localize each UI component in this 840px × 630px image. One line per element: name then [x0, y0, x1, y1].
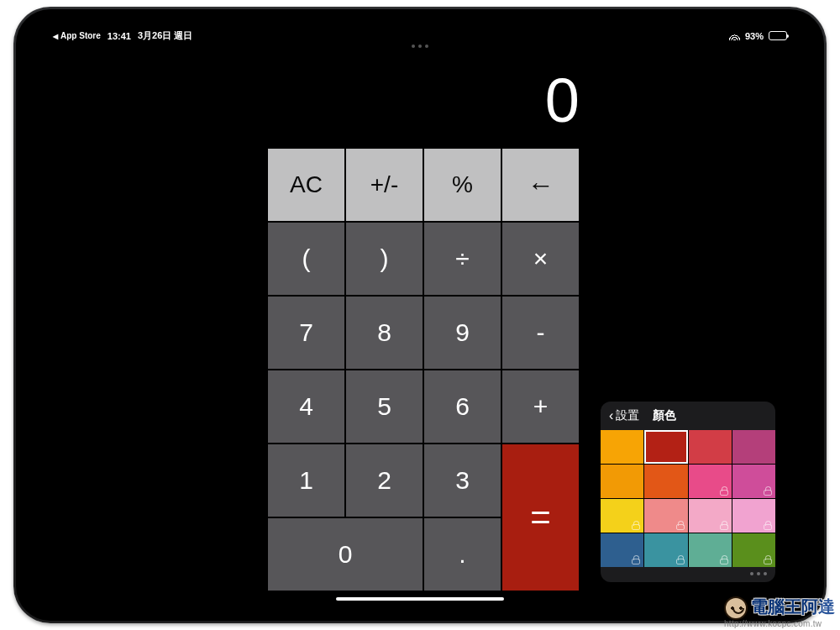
color-swatch[interactable]: [689, 430, 732, 464]
color-swatch: [601, 533, 643, 567]
color-swatch[interactable]: [644, 465, 687, 498]
back-to-app-link[interactable]: App Store: [53, 31, 101, 40]
lock-icon: [764, 522, 772, 530]
plus-button[interactable]: +: [502, 370, 579, 443]
plus-minus-button[interactable]: +/-: [346, 149, 423, 221]
digit-5-button[interactable]: 5: [346, 370, 423, 443]
divide-button[interactable]: ÷: [424, 223, 501, 295]
ipad-frame: App Store 13:41 3月26日 週日 93% 0 AC +/-: [13, 7, 827, 623]
home-indicator[interactable]: [336, 597, 504, 601]
lock-icon: [720, 556, 728, 564]
lock-icon: [632, 522, 640, 530]
digit-0-button[interactable]: 0: [268, 518, 423, 591]
lock-icon: [720, 487, 728, 496]
digit-9-button[interactable]: 9: [424, 297, 501, 369]
minus-button[interactable]: -: [502, 297, 579, 369]
chevron-left-icon: ‹: [609, 409, 613, 423]
digit-8-button[interactable]: 8: [346, 297, 423, 369]
color-swatch: [644, 499, 687, 533]
color-swatch: [732, 465, 775, 498]
digit-1-button[interactable]: 1: [268, 444, 344, 517]
popover-title: 顏色: [653, 408, 676, 423]
color-swatch: [689, 465, 732, 498]
color-popover: ‹ 設置 顏色: [601, 402, 775, 582]
lock-icon: [764, 487, 772, 496]
status-date: 3月26日 週日: [138, 29, 192, 42]
lock-icon: [676, 556, 685, 564]
lparen-button[interactable]: (: [268, 223, 344, 295]
popover-more-icon[interactable]: [750, 572, 767, 575]
color-swatch[interactable]: [601, 465, 643, 498]
color-swatch: [732, 533, 775, 567]
calculator-display: 0: [545, 65, 580, 136]
color-swatch[interactable]: [601, 430, 643, 464]
percent-button[interactable]: %: [424, 149, 501, 221]
digit-6-button[interactable]: 6: [424, 370, 501, 443]
decimal-button[interactable]: .: [424, 518, 501, 591]
wifi-icon: [729, 32, 740, 40]
digit-7-button[interactable]: 7: [268, 297, 344, 369]
status-time: 13:41: [108, 31, 131, 41]
calculator-keypad: AC +/- % ← ( ) ÷ × 7 8 9 - 4 5 6 + 1 2 3…: [268, 149, 579, 591]
multiply-button[interactable]: ×: [502, 223, 579, 295]
lock-icon: [676, 522, 685, 530]
lock-icon: [632, 556, 640, 564]
color-swatch: [644, 533, 687, 567]
status-bar: App Store 13:41 3月26日 週日 93%: [53, 29, 787, 42]
digit-4-button[interactable]: 4: [268, 370, 344, 443]
popover-back-button[interactable]: ‹ 設置: [609, 408, 639, 423]
backspace-button[interactable]: ←: [502, 149, 579, 221]
lock-icon: [764, 556, 772, 564]
mascot-face-icon: [724, 596, 748, 620]
color-swatch: [601, 499, 643, 533]
color-swatch: [689, 533, 732, 567]
popover-back-label: 設置: [616, 408, 639, 423]
battery-percent: 93%: [745, 31, 764, 41]
multitask-dots-icon[interactable]: [412, 45, 428, 48]
color-swatch: [732, 499, 775, 533]
color-swatch-grid: [601, 430, 775, 567]
ipad-bezel: App Store 13:41 3月26日 週日 93% 0 AC +/-: [16, 9, 824, 621]
battery-icon: [769, 31, 787, 40]
color-swatch: [689, 499, 732, 533]
ac-button[interactable]: AC: [268, 149, 344, 221]
color-swatch[interactable]: [732, 430, 775, 464]
digit-3-button[interactable]: 3: [424, 444, 501, 517]
digit-2-button[interactable]: 2: [346, 444, 423, 517]
color-swatch[interactable]: [644, 430, 687, 464]
rparen-button[interactable]: ): [346, 223, 423, 295]
equals-button[interactable]: =: [502, 444, 579, 591]
screen: App Store 13:41 3月26日 週日 93% 0 AC +/-: [41, 24, 799, 606]
source-watermark: 電腦王阿達 http://www.kocpc.com.tw: [724, 596, 835, 628]
lock-icon: [720, 522, 728, 530]
